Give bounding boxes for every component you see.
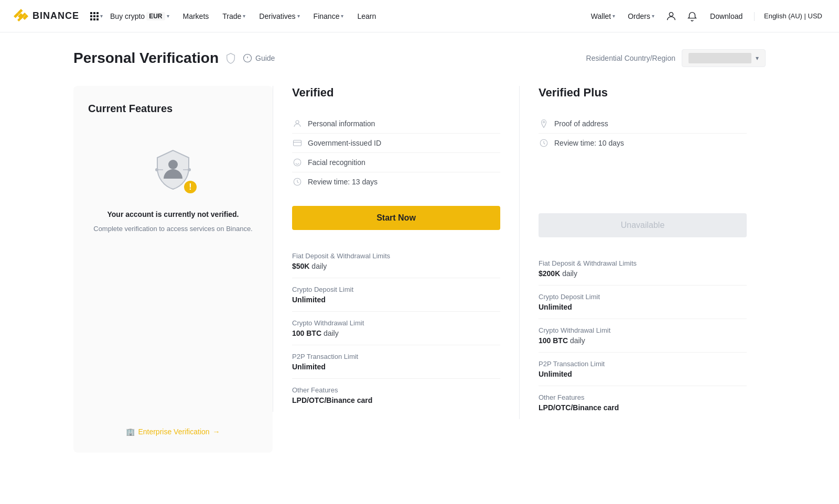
limit-row: Crypto Withdrawal Limit 100 BTC daily <box>292 312 500 345</box>
limit-value: LPD/OTC/Binance card <box>539 403 747 412</box>
limit-row: Other Features LPD/OTC/Binance card <box>292 379 500 412</box>
divider: | <box>753 10 756 21</box>
country-region: Residential Country/Region ▾ <box>586 49 766 67</box>
svg-point-9 <box>669 12 673 16</box>
notifications-icon[interactable] <box>683 7 702 26</box>
limit-label: Crypto Withdrawal Limit <box>539 326 747 334</box>
page-content: Personal Verification Guide Residential … <box>52 32 787 469</box>
verify-illustration: ! <box>149 146 197 198</box>
chevron-down-icon: ▾ <box>756 54 759 62</box>
page-title-area: Personal Verification Guide <box>73 50 275 67</box>
limit-value: Unlimited <box>539 303 747 311</box>
country-region-select[interactable]: ▾ <box>682 49 766 67</box>
verified-column: Verified Personal information <box>273 86 519 412</box>
limit-value: 100 BTC daily <box>539 336 747 345</box>
svg-point-13 <box>188 168 191 171</box>
logo-text: BINANCE <box>33 10 79 21</box>
svg-rect-3 <box>90 15 92 17</box>
shield-figure: ! <box>149 146 197 193</box>
guide-label: Guide <box>255 54 275 62</box>
guide-link[interactable]: Guide <box>243 53 275 63</box>
country-region-label: Residential Country/Region <box>586 54 675 62</box>
svg-rect-5 <box>96 15 99 17</box>
list-item: Review time: 13 days <box>292 172 500 191</box>
face-icon <box>292 157 303 168</box>
verified-plus-title: Verified Plus <box>539 86 747 100</box>
currency-badge: EUR <box>146 12 165 20</box>
limit-row: Other Features LPD/OTC/Binance card <box>539 386 747 419</box>
limit-label: Fiat Deposit & Withdrawal Limits <box>292 252 500 260</box>
current-features-title: Current Features <box>88 103 173 115</box>
locale-button[interactable]: English (AU) | USD <box>760 0 826 32</box>
id-icon <box>292 138 303 148</box>
verified-plus-features-list: Proof of address Review time: 10 days <box>539 114 747 152</box>
svg-rect-1 <box>93 12 95 14</box>
list-item: Government-issued ID <box>292 134 500 153</box>
limit-label: Other Features <box>292 386 500 394</box>
svg-rect-6 <box>90 18 92 20</box>
svg-point-16 <box>296 120 299 124</box>
nav-orders[interactable]: Orders ▾ <box>622 0 660 32</box>
nav-right: Wallet ▾ Orders ▾ Download | English (AU… <box>586 0 826 32</box>
current-features-card: Current Features <box>73 86 273 453</box>
start-now-button[interactable]: Start Now <box>292 206 500 230</box>
arrow-right-icon: → <box>213 428 220 436</box>
page-title: Personal Verification <box>73 50 219 67</box>
clock-icon <box>539 138 549 148</box>
limit-row: P2P Transaction Limit Unlimited <box>292 345 500 379</box>
chevron-down-icon: ▾ <box>652 13 654 19</box>
download-button[interactable]: Download <box>704 0 749 32</box>
verified-title: Verified <box>292 86 500 100</box>
nav-derivatives[interactable]: Derivatives ▾ <box>254 0 305 32</box>
grid-icon[interactable]: ▾ <box>90 12 103 21</box>
limit-label: Other Features <box>539 393 747 401</box>
limit-label: Crypto Withdrawal Limit <box>292 319 500 327</box>
limit-row: P2P Transaction Limit Unlimited <box>539 353 747 386</box>
chevron-down-icon: ▾ <box>612 13 615 19</box>
limit-label: Fiat Deposit & Withdrawal Limits <box>539 259 747 267</box>
verified-plus-column: Verified Plus Proof of address <box>519 86 766 419</box>
limit-label: Crypto Deposit Limit <box>292 286 500 293</box>
nav-buy-crypto[interactable]: Buy crypto EUR ▾ <box>105 0 174 32</box>
limit-value: LPD/OTC/Binance card <box>292 396 500 404</box>
limit-label: P2P Transaction Limit <box>539 360 747 368</box>
not-verified-title: Your account is currently not verified. <box>107 210 239 218</box>
verified-plus-limits: Fiat Deposit & Withdrawal Limits $200K d… <box>539 252 747 419</box>
nav-learn[interactable]: Learn <box>352 0 381 32</box>
list-item: Proof of address <box>539 114 747 134</box>
limit-row: Fiat Deposit & Withdrawal Limits $50K da… <box>292 245 500 278</box>
not-verified-desc: Complete verification to access services… <box>93 224 252 234</box>
columns: Current Features <box>73 86 766 453</box>
page-header: Personal Verification Guide Residential … <box>73 49 766 67</box>
nav-wallet[interactable]: Wallet ▾ <box>586 0 620 32</box>
svg-rect-0 <box>90 12 92 14</box>
limit-row: Crypto Deposit Limit Unlimited <box>292 278 500 312</box>
verified-limits: Fiat Deposit & Withdrawal Limits $50K da… <box>292 245 500 412</box>
chevron-down-icon: ▾ <box>297 13 300 19</box>
logo[interactable]: BINANCE <box>13 8 79 25</box>
enterprise-link[interactable]: 🏢 Enterprise Verification → <box>126 407 220 436</box>
limit-value: $200K daily <box>539 269 747 278</box>
warning-badge: ! <box>183 180 198 194</box>
svg-point-12 <box>155 168 158 171</box>
svg-rect-8 <box>96 18 99 20</box>
person-icon <box>292 118 303 129</box>
chevron-down-icon: ▾ <box>243 13 245 19</box>
shield-icon <box>225 52 236 64</box>
country-select-value <box>689 53 751 63</box>
svg-point-11 <box>168 160 178 169</box>
nav-trade[interactable]: Trade ▾ <box>217 0 251 32</box>
enterprise-icon: 🏢 <box>126 428 135 436</box>
svg-rect-17 <box>294 140 302 146</box>
limit-value: 100 BTC daily <box>292 329 500 337</box>
svg-rect-2 <box>96 12 99 14</box>
limit-row: Crypto Withdrawal Limit 100 BTC daily <box>539 319 747 353</box>
svg-rect-7 <box>93 18 95 20</box>
nav-finance[interactable]: Finance ▾ <box>308 0 349 32</box>
limit-value: Unlimited <box>539 370 747 378</box>
list-item: Personal information <box>292 114 500 134</box>
profile-icon[interactable] <box>662 7 681 26</box>
nav-markets[interactable]: Markets <box>178 0 214 32</box>
limit-label: P2P Transaction Limit <box>292 353 500 360</box>
svg-point-18 <box>294 159 301 166</box>
